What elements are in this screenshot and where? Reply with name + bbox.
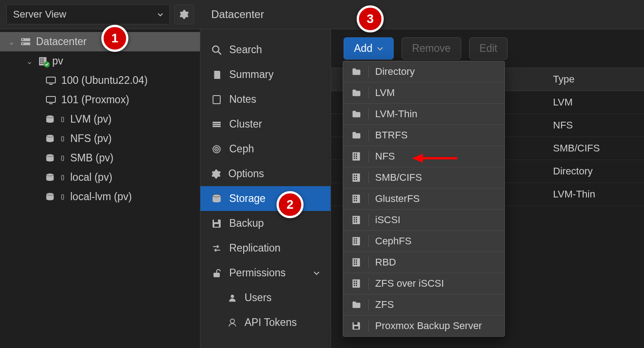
chevron-down-icon [313, 271, 320, 275]
monitor-icon [45, 95, 57, 105]
user-outline-icon [227, 318, 237, 328]
cell-type: NFS [545, 114, 644, 137]
dd-item-lvm[interactable]: LVM [343, 82, 504, 104]
tree-datacenter[interactable]: ⌄ Datacenter [0, 32, 200, 51]
dd-label: NFS [375, 151, 395, 162]
side-menu: Search Summary Notes Cluster Ceph Option… [200, 29, 331, 348]
menu-label: Permissions [229, 267, 286, 279]
menu-label: Backup [229, 217, 264, 229]
tree-label: local (pv) [70, 171, 112, 183]
dd-item-rbd[interactable]: RBD [343, 252, 504, 273]
dd-item-cephfs[interactable]: CephFS [343, 231, 504, 252]
menu-replication[interactable]: Replication [200, 236, 331, 261]
dd-item-btrfs[interactable]: BTRFS [343, 125, 504, 146]
dd-item-smb[interactable]: SMB/CIFS [343, 167, 504, 188]
add-storage-dropdown: Directory LVM LVM-Thin BTRFS NFS SMB/CIF… [343, 61, 505, 337]
menu-backup[interactable]: Backup [200, 211, 331, 236]
menu-label: Cluster [229, 118, 262, 130]
dd-item-pbs[interactable]: Proxmox Backup Server [343, 316, 504, 336]
column-icon [59, 192, 66, 202]
dd-item-iscsi[interactable]: iSCSI [343, 210, 504, 231]
server-view-select[interactable]: Server View [6, 5, 170, 24]
remove-button[interactable]: Remove [402, 37, 461, 60]
folder-icon [350, 87, 369, 99]
menu-label: Options [228, 168, 264, 180]
replication-icon [211, 243, 222, 254]
tree-storage[interactable]: local (pv) [0, 168, 200, 187]
tree-label: local-lvm (pv) [70, 191, 132, 203]
database-icon [211, 193, 222, 204]
menu-label: Users [245, 292, 272, 304]
topbar: Server View Datacenter [0, 0, 644, 29]
add-label: Add [354, 42, 372, 55]
gear-icon [179, 9, 189, 19]
callout-2: 2 [277, 191, 304, 218]
database-icon [45, 173, 55, 183]
column-icon [59, 173, 66, 183]
folder-icon [350, 108, 369, 120]
menu-notes[interactable]: Notes [200, 87, 331, 112]
dd-label: SMB/CIFS [375, 172, 422, 183]
tree-vm[interactable]: 101 (Proxmox) [0, 90, 200, 110]
folder-icon [350, 129, 369, 141]
monitor-icon [45, 75, 57, 86]
building-icon [350, 214, 369, 226]
building-icon [350, 256, 369, 268]
cell-type: SMB/CIFS [545, 137, 644, 160]
server-icon [20, 37, 32, 47]
database-icon [45, 114, 55, 124]
tree-storage[interactable]: SMB (pv) [0, 148, 200, 168]
book-icon [211, 69, 222, 80]
dd-item-lvm-thin[interactable]: LVM-Thin [343, 104, 504, 125]
cell-type: LVM-Thin [545, 183, 644, 206]
chevron-down-icon: ⌄ [26, 56, 33, 66]
menu-ceph[interactable]: Ceph [200, 137, 331, 161]
menu-search[interactable]: Search [200, 37, 331, 62]
column-icon [59, 114, 66, 124]
gear-icon [211, 169, 221, 179]
edit-button[interactable]: Edit [469, 37, 508, 60]
menu-permissions[interactable]: Permissions [200, 261, 331, 285]
menu-label: Search [229, 44, 262, 56]
database-icon [45, 192, 55, 202]
svg-marker-34 [412, 154, 423, 163]
dd-label: Proxmox Backup Server [375, 320, 482, 332]
menu-storage[interactable]: Storage [200, 186, 331, 211]
settings-button[interactable] [174, 5, 194, 24]
building-icon [350, 235, 369, 247]
tree-storage[interactable]: LVM (pv) [0, 110, 200, 129]
dd-item-glusterfs[interactable]: GlusterFS [343, 188, 504, 210]
note-icon [211, 94, 222, 105]
database-icon [45, 134, 55, 144]
tree-vm[interactable]: 100 (Ubuntu22.04) [0, 71, 200, 90]
menu-summary[interactable]: Summary [200, 62, 331, 87]
user-icon [227, 293, 237, 303]
menu-users[interactable]: Users [200, 285, 331, 310]
tree-node-pv[interactable]: ⌄ pv [0, 51, 200, 71]
chevron-down-icon: ⌄ [8, 37, 15, 47]
save-icon [211, 218, 222, 229]
remove-label: Remove [412, 42, 451, 55]
cluster-icon [211, 119, 222, 130]
menu-label: Storage [229, 192, 266, 205]
menu-cluster[interactable]: Cluster [200, 112, 331, 137]
dd-item-zfs[interactable]: ZFS [343, 294, 504, 316]
add-button[interactable]: Add [344, 37, 394, 60]
menu-label: Notes [229, 93, 256, 105]
column-type[interactable]: Type [545, 68, 644, 91]
building-icon [38, 56, 48, 66]
dd-item-directory[interactable]: Directory [343, 61, 504, 82]
dd-label: iSCSI [375, 214, 400, 226]
tree-label: Datacenter [36, 36, 87, 48]
dd-item-zfs-iscsi[interactable]: ZFS over iSCSI [343, 273, 504, 294]
dd-label: ZFS [375, 299, 394, 311]
menu-label: Replication [229, 242, 281, 254]
tree-label: NFS (pv) [70, 133, 112, 145]
tree-storage[interactable]: local-lvm (pv) [0, 187, 200, 206]
column-icon [59, 153, 66, 163]
menu-options[interactable]: Options [200, 161, 331, 186]
search-icon [211, 45, 222, 55]
tree-storage[interactable]: NFS (pv) [0, 129, 200, 148]
dd-label: RBD [375, 256, 396, 268]
menu-api-tokens[interactable]: API Tokens [200, 310, 331, 335]
